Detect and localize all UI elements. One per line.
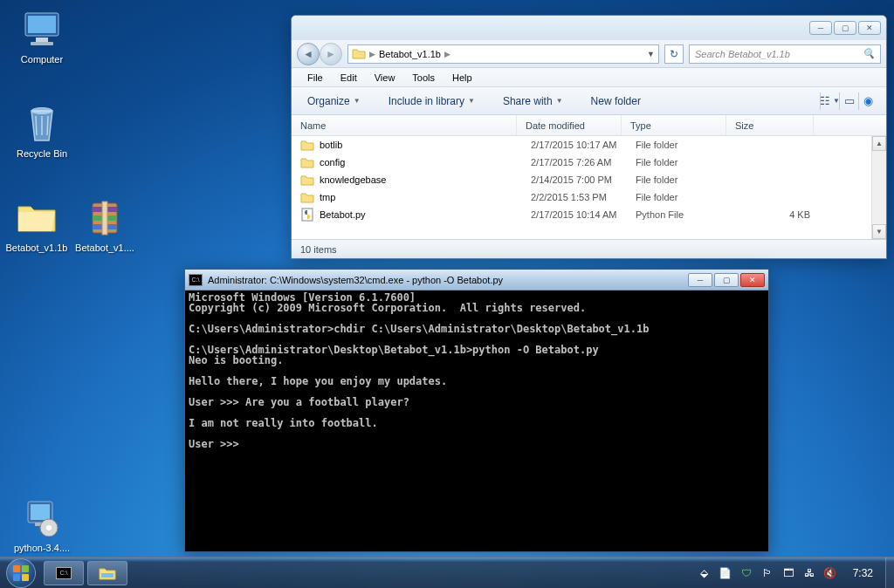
tray-flag-icon[interactable]: 🏳 (760, 566, 774, 580)
recyclebin-icon (21, 103, 63, 145)
desktop-icon-label: Recycle Bin (9, 148, 75, 159)
menu-tools[interactable]: Tools (403, 71, 444, 85)
explorer-window: ─ ▢ ✕ ◄ ► ▶ Betabot_v1.1b ▶ ▼ ↻ Search B… (291, 15, 887, 259)
minimize-button[interactable]: ─ (688, 273, 712, 287)
taskbar-item-explorer[interactable] (87, 561, 127, 585)
show-desktop-button[interactable] (885, 557, 894, 589)
desktop-icon-computer[interactable]: Computer (9, 9, 75, 65)
svg-rect-17 (22, 565, 29, 572)
file-type: File folder (636, 174, 740, 185)
desktop-icon-python-installer[interactable]: python-3.4.... (9, 497, 75, 553)
file-date: 2/17/2015 10:17 AM (531, 140, 636, 150)
cmd-icon: C:\ (189, 274, 203, 286)
tray-icon[interactable]: 🗔 (781, 566, 795, 580)
desktop-icon-betabot-folder[interactable]: Betabot_v1.1b (3, 197, 70, 253)
cmd-output[interactable]: Microsoft Windows [Version 6.1.7600] Cop… (185, 291, 768, 551)
maximize-button[interactable]: ▢ (714, 273, 739, 287)
tray-icon[interactable]: ⬙ (698, 566, 712, 580)
column-type[interactable]: Type (622, 115, 726, 135)
search-input[interactable]: Search Betabot_v1.1b 🔍 (689, 44, 881, 64)
table-row[interactable]: botlib2/17/2015 10:17 AMFile folder (292, 136, 886, 154)
tray-icon[interactable]: 📄 (719, 566, 732, 580)
folder-icon (300, 138, 314, 152)
svg-rect-18 (13, 574, 20, 581)
taskbar-item-cmd[interactable]: C:\ (44, 561, 84, 585)
taskbar-clock[interactable]: 7:32 (844, 567, 882, 579)
tray-shield-icon[interactable]: 🛡 (739, 566, 753, 580)
desktop-icon-recyclebin[interactable]: Recycle Bin (9, 103, 75, 159)
table-row[interactable]: config2/17/2015 7:26 AMFile folder (292, 154, 886, 171)
chevron-right-icon: ▶ (444, 50, 450, 58)
folder-icon (300, 173, 314, 187)
explorer-addressbar: ◄ ► ▶ Betabot_v1.1b ▶ ▼ ↻ Search Betabot… (292, 40, 886, 68)
desktop-icon-betabot-rar[interactable]: Betabot_v1.... (72, 197, 138, 253)
taskbar: C:\ ⬙ 📄 🛡 🏳 🗔 🖧 🔇 7:32 (0, 557, 894, 588)
explorer-icon (99, 566, 116, 580)
column-name[interactable]: Name (292, 115, 517, 135)
file-type: Python File (636, 209, 740, 220)
file-date: 2/2/2015 1:53 PM (531, 192, 636, 202)
folder-icon (300, 155, 314, 169)
table-row[interactable]: knowledgebase2/14/2015 7:00 PMFile folde… (292, 171, 886, 188)
maximize-button[interactable]: ▢ (834, 21, 856, 35)
back-button[interactable]: ◄ (297, 43, 320, 65)
include-library-button[interactable]: Include in library ▼ (382, 92, 482, 111)
file-type: File folder (636, 157, 740, 168)
explorer-toolbar: Organize ▼ Include in library ▼ Share wi… (292, 87, 886, 115)
explorer-file-list: botlib2/17/2015 10:17 AMFile folderconfi… (292, 136, 886, 239)
table-row[interactable]: Betabot.py2/17/2015 10:14 AMPython File4… (292, 206, 886, 223)
search-placeholder: Search Betabot_v1.1b (695, 49, 790, 59)
svg-rect-16 (13, 565, 20, 572)
scrollbar[interactable]: ▲ ▼ (871, 136, 886, 239)
tray-network-icon[interactable]: 🖧 (802, 566, 816, 580)
close-button[interactable]: ✕ (858, 21, 881, 35)
file-date: 2/17/2015 7:26 AM (531, 157, 636, 168)
svg-rect-3 (31, 42, 53, 45)
scroll-down-icon[interactable]: ▼ (872, 224, 886, 239)
tray-volume-icon[interactable]: 🔇 (823, 566, 837, 580)
system-tray: ⬙ 📄 🛡 🏳 🗔 🖧 🔇 7:32 (698, 566, 885, 580)
explorer-titlebar[interactable]: ─ ▢ ✕ (292, 16, 886, 40)
rar-icon (84, 197, 126, 239)
explorer-statusbar: 10 items (292, 239, 886, 258)
table-row[interactable]: tmp2/2/2015 1:53 PMFile folder (292, 188, 886, 206)
column-date[interactable]: Date modified (517, 115, 622, 135)
file-name: tmp (320, 192, 531, 202)
address-field[interactable]: ▶ Betabot_v1.1b ▶ ▼ (347, 44, 659, 64)
svg-rect-19 (22, 574, 29, 581)
menu-edit[interactable]: Edit (332, 71, 366, 85)
column-size[interactable]: Size (726, 115, 814, 135)
file-name: config (320, 157, 531, 168)
help-button[interactable]: ◉ (858, 92, 877, 110)
view-mode-button[interactable]: ☷ ▼ (820, 92, 839, 110)
explorer-column-headers: Name Date modified Type Size (292, 115, 886, 136)
close-button[interactable]: ✕ (740, 273, 765, 287)
menu-help[interactable]: Help (444, 71, 481, 85)
breadcrumb-item[interactable]: Betabot_v1.1b (379, 49, 441, 59)
dropdown-icon[interactable]: ▼ (647, 50, 655, 58)
status-text: 10 items (300, 244, 337, 255)
file-date: 2/14/2015 7:00 PM (531, 174, 636, 185)
folder-icon (300, 190, 314, 204)
menu-file[interactable]: File (299, 71, 332, 85)
svg-rect-20 (101, 573, 113, 578)
desktop-icon-label: Betabot_v1.1b (3, 243, 70, 253)
folder-icon (16, 197, 58, 239)
cmd-titlebar[interactable]: C:\ Administrator: C:\Windows\system32\c… (185, 270, 768, 291)
file-type: File folder (636, 192, 740, 202)
svg-rect-9 (102, 202, 107, 235)
new-folder-button[interactable]: New folder (584, 92, 648, 111)
installer-icon (21, 497, 63, 539)
search-icon: 🔍 (863, 48, 875, 59)
scroll-up-icon[interactable]: ▲ (872, 136, 886, 151)
preview-pane-button[interactable]: ▭ (839, 92, 858, 110)
refresh-button[interactable]: ↻ (664, 44, 684, 64)
start-button[interactable] (0, 557, 42, 589)
menu-view[interactable]: View (366, 71, 404, 85)
share-with-button[interactable]: Share with ▼ (496, 92, 570, 111)
forward-button[interactable]: ► (320, 43, 342, 65)
minimize-button[interactable]: ─ (809, 21, 832, 35)
desktop-icon-label: Computer (9, 54, 75, 65)
cmd-window: C:\ Administrator: C:\Windows\system32\c… (184, 269, 769, 552)
organize-button[interactable]: Organize ▼ (300, 92, 368, 111)
